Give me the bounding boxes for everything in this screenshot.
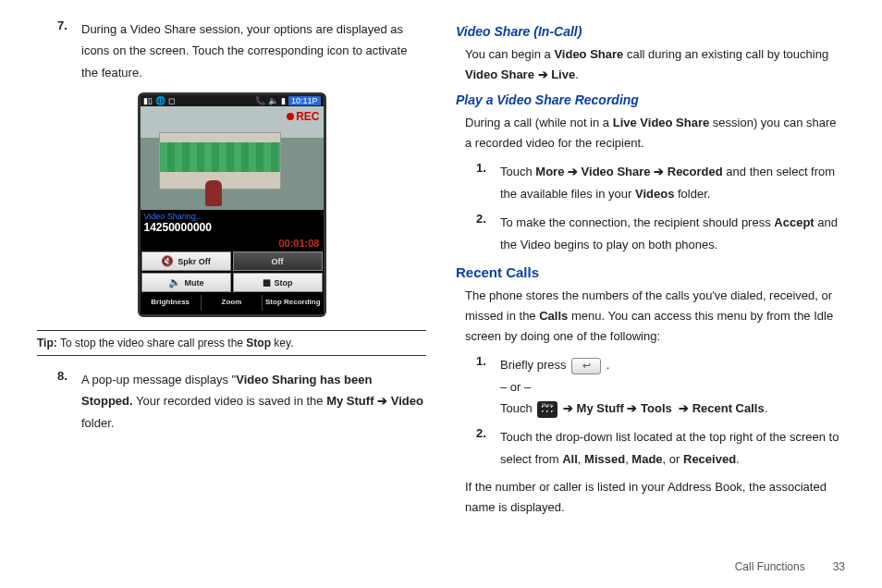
speaker-icon: 🔇 [161,255,174,267]
para-recent-calls: The phone stores the numbers of the call… [456,286,845,347]
heading-recent-calls: Recent Calls [456,264,845,280]
heading-video-share-incall: Video Share (In-Call) [456,24,845,39]
tip-label: Tip: [37,337,57,349]
para-address-book: If the number or caller is listed in you… [456,477,845,518]
call-timer: 00:01:08 [141,236,324,251]
speaker-icon: 🔈 [268,96,278,105]
step-number: 8. [57,369,81,434]
footer-page-number: 33 [808,560,845,573]
signal-icon: ▮▯ [143,96,153,105]
zoom-tab[interactable]: Zoom [202,295,263,311]
phone-frame: ▮▯ 🌐 ◻ 📞 🔈 ▮ 10:11P REC Video Sharing...… [138,92,326,317]
step-number: 1. [476,161,500,204]
recording-step-1: 1. Touch MoreVideo ShareRecorded and the… [456,161,845,204]
status-time: 10:11P [288,96,321,105]
step-text: Briefly press . – or – Touch My StuffToo… [500,354,845,419]
video-sharing-label: Video Sharing... [141,210,324,221]
status-icon: ◻ [168,96,175,105]
phone-status-bar: ▮▯ 🌐 ◻ 📞 🔈 ▮ 10:11P [141,95,324,106]
step-number: 7. [57,18,81,83]
stop-button[interactable]: ◼Stop [233,273,323,292]
page-footer: Call Functions 33 [37,555,845,573]
back-key-icon [571,358,601,374]
mute-button[interactable]: 🔈Mute [141,273,231,292]
call-icon: 📞 [255,96,265,105]
mute-icon: 🔈 [168,276,181,288]
step-number: 2. [476,426,500,470]
recording-step-2: 2. To make the connection, the recipient… [456,212,845,255]
speaker-off-button[interactable]: 🔇Spkr Off [141,251,231,271]
step-number: 1. [476,354,500,419]
step-8: 8. A pop-up message displays "Video Shar… [37,369,426,434]
rec-indicator: REC [287,110,319,123]
off-button[interactable]: Off [233,251,323,271]
phone-video-preview: REC [141,106,324,210]
recent-step-2: 2. Touch the drop-down list located at t… [456,426,845,470]
battery-icon: ▮ [281,96,286,105]
step-7: 7. During a Video Share session, your op… [37,18,426,83]
step-text: Touch the drop-down list located at the … [500,426,845,470]
step-text: Touch MoreVideo ShareRecorded and then s… [500,161,845,204]
phone-number: 14250000000 [141,221,324,236]
step-text: During a Video Share session, your optio… [81,18,426,83]
step-text: To make the connection, the recipient sh… [500,212,845,255]
footer-section: Call Functions [735,560,805,573]
para-play-recording: During a call (while not in a Live Video… [456,113,845,153]
step-text: A pop-up message displays "Video Sharing… [81,369,426,434]
phone-screenshot: ▮▯ 🌐 ◻ 📞 🔈 ▮ 10:11P REC Video Sharing...… [37,92,426,317]
network-icon: 🌐 [155,96,165,105]
menu-grid-icon [537,401,557,418]
step-number: 2. [476,212,500,255]
brightness-tab[interactable]: Brightness [141,295,202,311]
heading-play-recording: Play a Video Share Recording [456,92,845,107]
recent-step-1: 1. Briefly press . – or – Touch My Stuff… [456,354,845,419]
stop-recording-tab[interactable]: Stop Recording [263,295,323,311]
stop-icon: ◼ [263,276,271,288]
para-video-share: You can begin a Video Share call during … [456,44,845,85]
tip-box: Tip: To stop the video share call press … [37,330,426,356]
